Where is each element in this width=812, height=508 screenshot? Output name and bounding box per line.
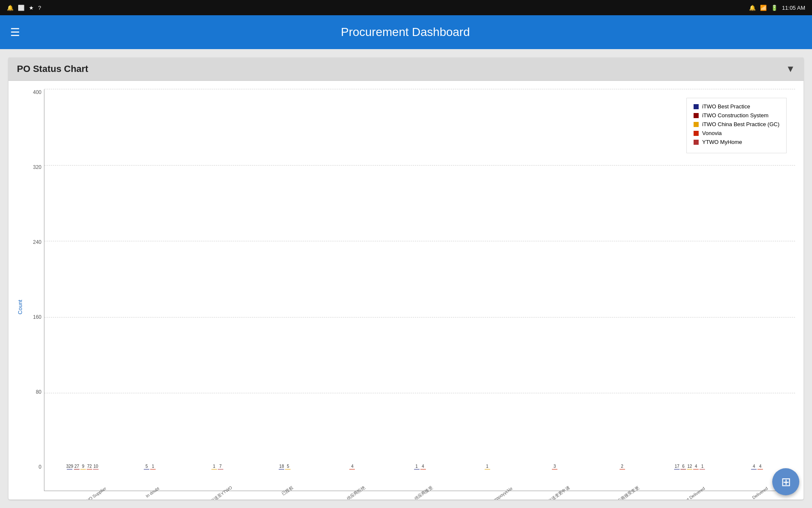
x-label-group: 供应商接受变更	[588, 485, 656, 491]
x-label-group: In doubt	[116, 486, 184, 491]
bar-value: 4	[695, 464, 697, 469]
x-label: 供应商接受变更	[613, 485, 640, 500]
bar-wrapper: 4	[757, 464, 763, 469]
bar-value: 18	[279, 464, 284, 469]
x-label-group: 供应商接受	[386, 485, 454, 491]
bar-value: 9	[82, 464, 85, 469]
bar-value: 4	[422, 464, 424, 469]
x-label: 发送变更申请	[546, 485, 571, 500]
legend-color-dot	[694, 104, 699, 109]
bell-icon: 🔔	[749, 5, 756, 11]
x-label-group: 已授权	[251, 485, 319, 491]
bar-group: 4	[318, 464, 386, 469]
bar-wrapper: 18	[279, 464, 284, 469]
legend-label: iTWO Best Practice	[702, 103, 750, 110]
legend: iTWO Best PracticeiTWO Construction Syst…	[686, 98, 787, 153]
main-content: PO Status Chart ▼ Count 080160240320400	[0, 49, 812, 508]
y-axis-label: Count	[17, 266, 23, 315]
x-label-group: 供应商拒绝	[318, 485, 386, 491]
bar-value: 3	[554, 464, 556, 469]
x-label: In doubt	[145, 486, 160, 499]
bar-value: 4	[753, 464, 755, 469]
x-label-group: Part Delivered	[656, 486, 724, 491]
bar-value: 10	[93, 464, 98, 469]
bar-wrapper: 1	[211, 464, 217, 469]
plot-area: 32927972105117185414132176124144 Sent to…	[44, 89, 795, 491]
bar-value: 5	[287, 464, 289, 469]
x-labels: Sent to YTWO SupplierIn doubt发送至YTWO已授权供…	[44, 469, 795, 491]
legend-item: iTWO Construction System	[694, 112, 779, 119]
bar-group: 3292797210	[49, 464, 116, 469]
bar-value: 1	[415, 464, 418, 469]
battery-icon: 🔋	[771, 5, 778, 11]
bar-wrapper: 4	[349, 464, 355, 469]
bar-wrapper: 12	[687, 464, 692, 469]
bar-value: 4	[351, 464, 354, 469]
bar-wrapper: 4	[751, 464, 757, 469]
bar-group: 185	[251, 464, 319, 469]
bar-wrapper: 10	[93, 464, 99, 469]
bar-wrapper: 1	[150, 464, 156, 469]
bar-wrapper: 4	[420, 464, 426, 469]
bar-value: 329	[66, 464, 73, 469]
y-tick: 0	[38, 464, 41, 470]
bar-wrapper: 4	[693, 464, 699, 469]
legend-label: iTWO Construction System	[702, 112, 768, 119]
bar-wrapper: 2	[620, 464, 625, 469]
page-title: Procurement Dashboard	[30, 25, 781, 39]
legend-color-dot	[694, 113, 699, 118]
bar-wrapper: 5	[144, 464, 149, 469]
bar-group: 1761241	[656, 464, 724, 469]
x-label: Part Delivered	[681, 486, 705, 500]
bar-value: 1	[486, 464, 488, 469]
status-bar-right: 🔔 📶 🔋 11:05 AM	[749, 5, 805, 11]
legend-color-dot	[694, 131, 699, 136]
bar-value: 6	[682, 464, 685, 469]
chart-container: Count 080160240320400 329279721051171854…	[8, 81, 804, 500]
legend-color-dot	[694, 122, 699, 127]
bar-wrapper: 1	[700, 464, 705, 469]
x-label: 供应商拒绝	[346, 485, 366, 500]
card-title: PO Status Chart	[17, 64, 88, 75]
card-header: PO Status Chart ▼	[8, 58, 804, 81]
bar-value: 72	[87, 464, 92, 469]
app-bar: ☰ Procurement Dashboard	[0, 15, 812, 49]
hamburger-menu[interactable]: ☰	[10, 26, 20, 39]
status-bar: 🔔 ⬜ ★ ? 🔔 📶 🔋 11:05 AM	[0, 0, 812, 15]
y-tick: 320	[33, 164, 41, 170]
x-label: 已授权	[281, 485, 295, 497]
bar-group: 2	[588, 464, 656, 469]
x-label: Sent to YTWO Supplier	[69, 486, 107, 500]
x-label-group: Sent to YTWO Supplier	[49, 486, 116, 491]
y-tick: 80	[36, 389, 41, 395]
x-label-group: Εγκεκριμένη παραγγελία	[453, 486, 521, 491]
bar-value: 5	[145, 464, 148, 469]
legend-item: YTWO MyHome	[694, 139, 779, 145]
help-icon: ?	[38, 5, 41, 11]
bar-group: 1	[453, 464, 521, 469]
bar-wrapper: 17	[674, 464, 680, 469]
bar-value: 17	[675, 464, 679, 469]
bar-value: 2	[621, 464, 623, 469]
bar-wrapper: 1	[485, 464, 490, 469]
y-tick: 240	[33, 239, 41, 245]
x-label: Delivered	[752, 486, 769, 500]
legend-item: iTWO Best Practice	[694, 103, 779, 110]
fab-button[interactable]: ⊞	[772, 468, 799, 495]
tablet-icon: ⬜	[18, 5, 25, 11]
legend-item: iTWO China Best Practice (GC)	[694, 121, 779, 127]
x-label: Εγκεκριμένη παραγγελία	[472, 486, 513, 500]
filter-icon[interactable]: ▼	[786, 64, 795, 75]
bar-value: 7	[219, 464, 222, 469]
legend-label: YTWO MyHome	[702, 139, 742, 145]
grid-icon: ⊞	[781, 475, 791, 489]
po-status-card: PO Status Chart ▼ Count 080160240320400	[8, 58, 804, 500]
bar-wrapper: 1	[414, 464, 420, 469]
bar-wrapper: 329	[66, 464, 73, 469]
y-tick: 400	[33, 89, 41, 95]
x-label: 发送至YTWO	[209, 485, 233, 500]
legend-label: iTWO China Best Practice (GC)	[702, 121, 779, 127]
bar-wrapper: 6	[680, 464, 686, 469]
bar-group: 51	[116, 464, 184, 469]
bar-value: 1	[152, 464, 154, 469]
